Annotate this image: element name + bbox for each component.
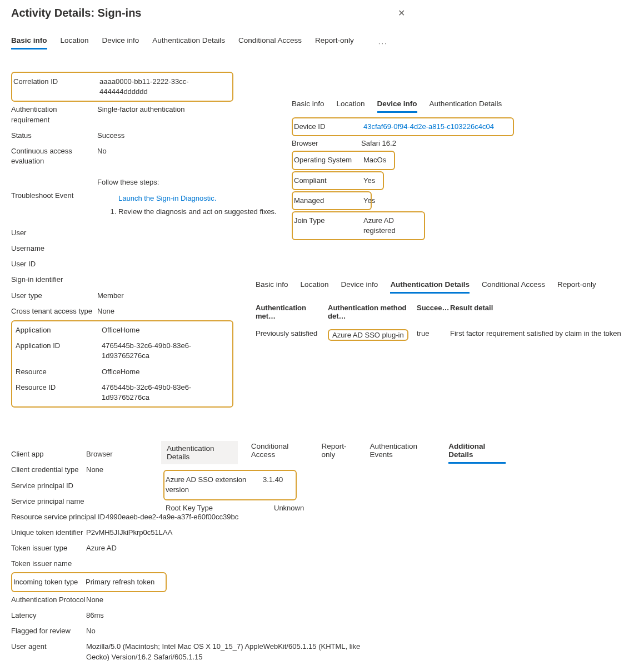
dev-tab-basic[interactable]: Basic info: [292, 100, 325, 113]
dev-tab-auth[interactable]: Authentication Details: [430, 100, 502, 113]
label-browser: Browser: [292, 138, 361, 148]
value-app-id: 4765445b-32c6-49b0-83e6-1d93765276ca: [102, 341, 229, 361]
auth-details-panel: Basic info Location Device info Authenti…: [256, 280, 644, 345]
tab-auth-details[interactable]: Authentication Details: [152, 36, 225, 49]
tab-location[interactable]: Location: [61, 36, 89, 49]
value-compliant: Yes: [363, 176, 380, 186]
value-browser: Safari 16.2: [361, 138, 531, 148]
label-sso-ver: Azure AD SSO extension version: [166, 475, 263, 495]
label-managed: Managed: [294, 196, 363, 206]
label-root-key: Root Key Type: [166, 503, 274, 513]
add-tab-additional[interactable]: Additional Details: [448, 442, 506, 464]
troubleshoot-step1: Review the diagnosis and act on suggeste…: [118, 207, 289, 217]
label-join-type: Join Type: [294, 216, 363, 236]
page-title: Activity Details: Sign-ins: [11, 7, 142, 19]
value-device-id[interactable]: 43cfaf69-0f94-4d2e-a815-c103226c4c04: [363, 122, 510, 132]
th-result: Result detail: [450, 304, 644, 320]
dev-tab-location[interactable]: Location: [337, 100, 365, 113]
auth-table-row: Previously satisfied Azure AD SSO plug-i…: [256, 325, 644, 345]
value-user-agent: Mozilla/5.0 (Macintosh; Intel Mac OS X 1…: [86, 642, 364, 662]
value-resource: OfficeHome: [102, 367, 229, 377]
value-root-key: Unknown: [274, 503, 506, 513]
tab-device-info[interactable]: Device info: [102, 36, 139, 49]
close-icon[interactable]: ✕: [398, 8, 405, 18]
label-os: Operating System: [294, 155, 363, 165]
auth-tab-basic[interactable]: Basic info: [256, 280, 288, 294]
label-sp-name: Service principal name: [11, 497, 86, 507]
label-auth-req: Authentication requirement: [11, 105, 97, 125]
label-incoming-token: Incoming token type: [13, 577, 86, 587]
label-issuer-name: Token issuer name: [11, 559, 86, 569]
value-latency: 86ms: [86, 611, 633, 621]
label-device-id: Device ID: [294, 122, 363, 132]
label-application: Application: [16, 325, 102, 335]
label-cae: Continuous access evaluation: [11, 146, 97, 166]
device-info-panel: Basic info Location Device info Authenti…: [292, 100, 531, 240]
value-join-type: Azure AD registered: [363, 216, 421, 236]
value-managed: Yes: [363, 196, 375, 206]
td-succ: true: [417, 329, 450, 341]
label-uti: Unique token identifier: [11, 528, 86, 538]
label-issuer-type: Token issuer type: [11, 543, 86, 553]
label-sp-id: Service principal ID: [11, 481, 86, 491]
label-resource: Resource: [16, 367, 102, 377]
label-user-id: User ID: [11, 259, 97, 269]
label-troubleshoot: Troubleshoot Event: [11, 177, 97, 217]
auth-tab-device[interactable]: Device info: [341, 280, 378, 294]
td-method: Previously satisfied: [256, 329, 328, 341]
troubleshoot-intro: Follow these steps:: [97, 177, 289, 187]
th-succ: Succee…: [417, 304, 450, 320]
label-rsp-id: Resource service principal ID: [11, 512, 106, 522]
label-compliant: Compliant: [294, 176, 363, 186]
value-incoming-token: Primary refresh token: [86, 577, 162, 587]
more-icon[interactable]: ···: [378, 39, 388, 47]
tab-conditional-access[interactable]: Conditional Access: [238, 36, 302, 49]
tab-basic-info[interactable]: Basic info: [11, 36, 47, 49]
add-tab-auth[interactable]: Authentication Details: [161, 441, 238, 464]
additional-details-panel: Authentication Details Conditional Acces…: [161, 441, 506, 516]
add-tab-events[interactable]: Authentication Events: [370, 442, 435, 464]
value-auth-req: Single-factor authentication: [97, 105, 289, 125]
value-application: OfficeHome: [102, 325, 229, 335]
label-user-type: User type: [11, 291, 97, 301]
label-client-app: Client app: [11, 449, 86, 459]
value-issuer-type: Azure AD: [86, 543, 633, 553]
label-signin-id: Sign-in identifier: [11, 275, 97, 285]
auth-tab-location[interactable]: Location: [301, 280, 329, 294]
label-cred-type: Client credential type: [11, 465, 86, 475]
label-cross-tenant: Cross tenant access type: [11, 306, 97, 316]
auth-tab-auth[interactable]: Authentication Details: [390, 280, 470, 294]
main-tabs: Basic info Location Device info Authenti…: [11, 36, 633, 49]
td-result: First factor requirement satisfied by cl…: [450, 329, 644, 341]
value-status: Success: [97, 131, 289, 141]
value-os: MacOs: [363, 155, 391, 165]
value-flagged: No: [86, 626, 633, 636]
label-user: User: [11, 228, 97, 238]
auth-table-header: Authentication met… Authentication metho…: [256, 299, 644, 325]
add-tab-report[interactable]: Report-only: [322, 442, 357, 464]
value-correlation-id: aaaa0000-bb11-2222-33cc-444444dddddd: [99, 77, 229, 97]
label-user-agent: User agent: [11, 642, 86, 662]
add-tab-ca[interactable]: Conditional Access: [251, 442, 308, 464]
td-detail: Azure AD SSO plug-in: [328, 329, 408, 341]
label-flagged: Flagged for review: [11, 626, 86, 636]
th-detail: Authentication method det…: [328, 304, 417, 320]
label-app-id: Application ID: [16, 341, 102, 361]
label-username: Username: [11, 244, 97, 254]
value-uti: P2vMH5JIJkiPkrp0c51LAA: [86, 528, 633, 538]
auth-tab-report[interactable]: Report-only: [557, 280, 596, 294]
value-resource-id: 4765445b-32c6-49b0-83e6-1d93765276ca: [102, 383, 229, 403]
value-auth-proto: None: [86, 595, 633, 605]
label-correlation-id: Correlation ID: [13, 77, 99, 97]
auth-tab-ca[interactable]: Conditional Access: [482, 280, 545, 294]
launch-diagnostic-link[interactable]: Launch the Sign-in Diagnostic.: [118, 194, 216, 202]
label-latency: Latency: [11, 611, 86, 621]
value-cae: No: [97, 146, 289, 166]
tab-report-only[interactable]: Report-only: [315, 36, 354, 49]
dev-tab-device[interactable]: Device info: [377, 100, 417, 113]
value-sso-ver: 3.1.40: [263, 475, 292, 495]
value-client-app: Browser: [86, 449, 142, 459]
label-status: Status: [11, 131, 97, 141]
th-method: Authentication met…: [256, 304, 328, 320]
label-auth-proto: Authentication Protocol: [11, 595, 86, 605]
